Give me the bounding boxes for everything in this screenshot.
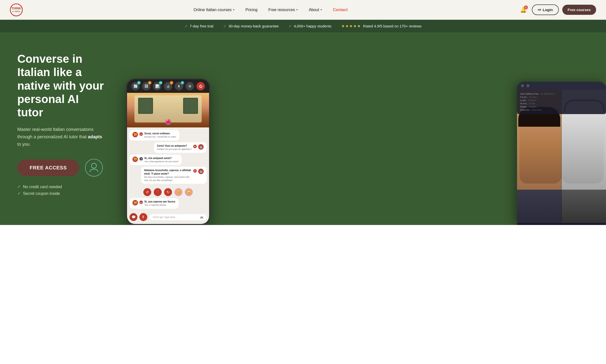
ai-face-content: Ciao Stefano! Fam... Hi Stefano! Al... i… [517,90,606,223]
dot-1 [521,84,524,87]
emoji-icon: 🤖 [200,216,203,219]
chat-overlay-line-1: Ciao Stefano! Fam... Hi Stefano! Al... [520,93,603,95]
nav-label-free-resources: Free resources [268,8,295,12]
tool-btn-download[interactable]: ⬇4 [175,82,183,90]
play-btn-4[interactable]: ▶ [193,169,197,173]
tool-badge-13: 13 [159,81,162,84]
play-btn-1[interactable]: ▶ [139,132,143,136]
chat-area-2: 🐱 ▶ Sì, una caprese per favore. Yes, a c… [127,198,209,211]
ai-panel-header [517,82,606,90]
trust-guarantee: ✓ 30-day money-back guarantee [223,24,279,28]
hero-section: Converse in Italian like a native with y… [0,32,606,225]
chat-overlay-line-3: La piz... Pizza d... [520,99,603,101]
pause-btn-3[interactable]: ⏸ [139,157,143,161]
nav-item-online-courses[interactable]: Online Italian courses ▾ [188,5,240,15]
chat-bubble-3: 🐱 ⏸ Sì, che antipasti avete? Yes, what a… [130,155,182,165]
trust-students: ✓ 4,000+ happy students [289,24,331,28]
play-btn-2[interactable]: ▶ [193,145,197,148]
action-hint[interactable]: ❓ [154,188,162,196]
logo-mark: THINK in Italian [10,3,23,16]
tool-badge-5: 5 [148,81,152,84]
trust-trial-text: 7-day free trial [190,24,214,28]
action-emoji-happy[interactable]: 😊 [174,188,182,196]
trust-rating-text: Rated 4.9/5 based on 170+ reviews [363,24,421,28]
action-undo[interactable]: ↺ [143,188,151,196]
check-icon-trial: ✓ [185,24,188,28]
mic-icon-button[interactable]: 🎙 [139,213,147,221]
nav-item-contact[interactable]: Contact [327,5,353,15]
hero-title: Converse in Italian like a native with y… [17,52,106,119]
window-right [183,98,198,114]
trust-rating: ★★★★★ Rated 4.9/5 based on 170+ reviews [341,24,421,28]
nav-label-contact: Contact [333,8,348,12]
tool-btn-refresh[interactable]: 🔄8 [131,82,140,90]
action-emoji-sad[interactable]: 😞 [185,188,193,196]
hero-subtitle-bold: adapts [88,134,102,139]
login-label: Login [543,8,553,12]
type-input[interactable]: Scrivi qui / type here... 🤖 [149,214,207,220]
input-placeholder-text: Scrivi qui / type here... [153,216,177,219]
chat-icon-button[interactable]: 💬 [130,213,137,221]
login-button[interactable]: ⇨ Login [532,4,559,15]
chat-overlay-line-2: il è tuo... It's your... [520,96,603,98]
hero-subtitle-before: Master real-world Italian conversations … [17,127,93,139]
chat-overlay-line-6: ziosa sco... cious cho... [520,109,603,111]
hero-subtitle-after: to you. [17,142,31,147]
free-courses-button[interactable]: Free courses [562,5,596,15]
bubble-text-4: Abbiamo bruschette, caprese, e affettati… [144,169,192,182]
tool-btn-power[interactable]: ⏻ [196,82,205,90]
nav-right: 🔔 1 ⇨ Login Free courses [519,4,596,15]
tool-btn-settings[interactable]: ⚙ [186,82,194,90]
bubble-text-3: Sì, che antipasti avete? Yes, what appet… [144,157,179,163]
hero-checks: No credit card needed Secret coupon insi… [17,184,106,198]
human-suit [517,190,562,223]
robot-face-shape [562,109,604,183]
robot-suit [562,190,606,223]
chat-bubble-4: 🤖 ▶ Abbiamo bruschette, caprese, e affet… [141,167,207,184]
logo-subtitle: in Italian [12,10,21,13]
play-btn-5[interactable]: ▶ [139,201,143,204]
check-icon-students: ✓ [289,24,292,28]
trust-trial: ✓ 7-day free trial [185,24,214,28]
user-avatar-1: 🐱 [132,132,138,137]
logo[interactable]: THINK in Italian [10,3,23,16]
chat-area: 🐱 ▶ Scusi, vorrei ordinare. Excuse me, I… [127,127,209,186]
svg-point-0 [91,163,96,168]
chat-overlay-line-4: na sco... d choi... [520,102,603,105]
chat-overlay: Ciao Stefano! Fam... Hi Stefano! Al... i… [517,90,606,114]
nav-item-about[interactable]: About ▾ [303,5,327,15]
chat-bubble-2: 🤖 ▶ Certo! Vuoi un antipasto? Certain! D… [154,142,207,153]
chevron-down-icon-2: ▾ [296,8,298,11]
notification-bell-button[interactable]: 🔔 1 [519,5,528,15]
tool-btn-print[interactable]: 🖨3 [164,82,172,90]
star-rating: ★★★★★ [341,24,361,28]
window-left [138,98,153,114]
scene-bg: 🌺 [127,93,209,127]
logo-think: THINK [11,7,21,10]
free-courses-label: Free courses [568,8,591,12]
nav-label-pricing: Pricing [245,8,258,12]
tool-btn-image[interactable]: 🖼5 [142,82,151,90]
action-buttons: ↺ ❓ ↻ 😊 😞 [127,186,209,198]
dot-2 [526,84,529,87]
bubble-text-1: Scusi, vorrei ordinare. Excuse me, I wou… [144,132,176,139]
tool-btn-activity[interactable]: 📊13 [153,82,161,90]
nav-item-free-resources[interactable]: Free resources ▾ [263,5,303,15]
phone-toolbar: 🔄8 🖼5 📊13 🖨3 ⬇4 ⚙ ⏻ [127,80,209,93]
navbar: THINK in Italian Online Italian courses … [0,0,606,20]
ai-avatar-2: 🤖 [198,144,204,150]
action-redo[interactable]: ↻ [164,188,172,196]
bubble-text-2: Certo! Vuoi un antipasto? Certain! Do yo… [157,144,192,151]
hero-phone-area: 🔄8 🖼5 📊13 🖨3 ⬇4 ⚙ ⏻ [119,32,217,225]
chevron-down-icon-3: ▾ [321,8,322,11]
login-icon: ⇨ [538,7,541,12]
hero-left: Converse in Italian like a native with y… [0,32,119,225]
cta-area: FREE ACCESS [17,159,106,177]
free-access-button[interactable]: FREE ACCESS [17,160,79,176]
nav-item-pricing[interactable]: Pricing [240,5,263,15]
trust-students-text: 4,000+ happy students [294,24,331,28]
hero-right: Ciao Stefano! Fam... Hi Stefano! Al... i… [217,32,606,225]
phone-mockup: 🔄8 🖼5 📊13 🖨3 ⬇4 ⚙ ⏻ [126,79,210,225]
phone-input-bar: 💬 🎙 Scrivi qui / type here... 🤖 [127,211,209,224]
plant-icon: 🌺 [165,119,172,125]
